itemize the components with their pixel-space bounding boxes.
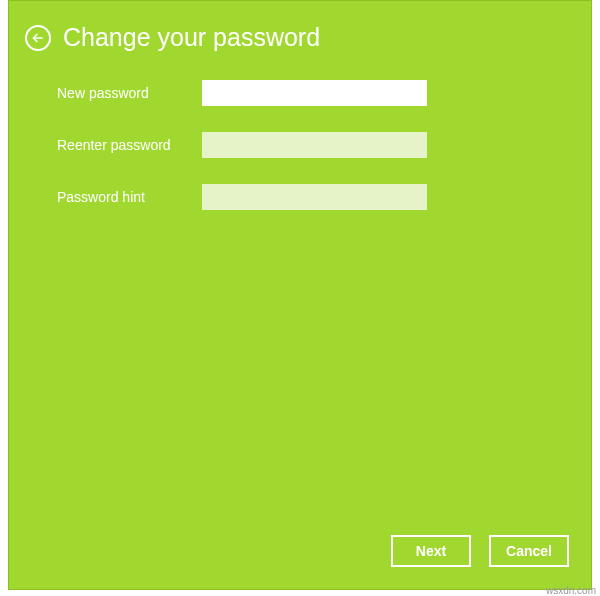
password-hint-row: Password hint — [57, 184, 591, 210]
change-password-panel: Change your password New password Reente… — [8, 0, 592, 590]
back-button[interactable] — [25, 25, 51, 51]
new-password-row: New password — [57, 80, 591, 106]
background-edge — [0, 0, 8, 596]
new-password-label: New password — [57, 85, 202, 101]
password-hint-input[interactable] — [202, 184, 427, 210]
next-button[interactable]: Next — [391, 535, 471, 567]
reenter-password-row: Reenter password — [57, 132, 591, 158]
back-arrow-icon — [31, 31, 45, 45]
footer-buttons: Next Cancel — [391, 535, 569, 567]
new-password-input[interactable] — [202, 80, 427, 106]
password-hint-label: Password hint — [57, 189, 202, 205]
page-title: Change your password — [63, 23, 320, 52]
reenter-password-input[interactable] — [202, 132, 427, 158]
header: Change your password — [9, 1, 591, 52]
cancel-button[interactable]: Cancel — [489, 535, 569, 567]
reenter-password-label: Reenter password — [57, 137, 202, 153]
password-form: New password Reenter password Password h… — [9, 52, 591, 210]
watermark: wsxdn.com — [546, 585, 596, 596]
